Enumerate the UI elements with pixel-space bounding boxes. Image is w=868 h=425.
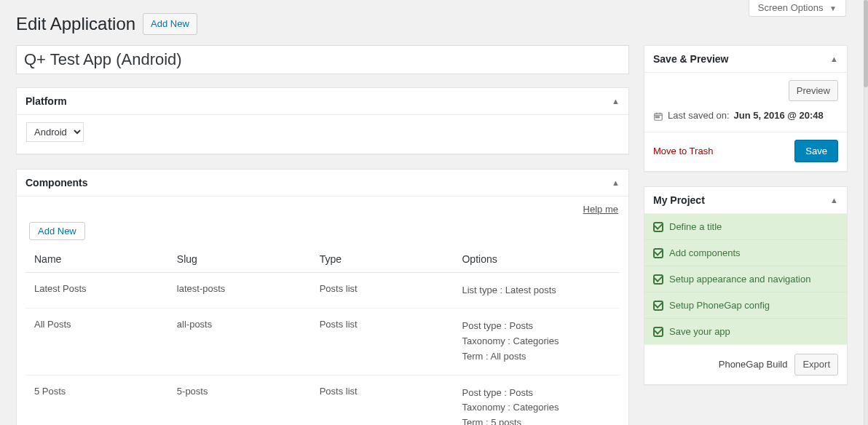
option-line: Post type : Posts [462, 386, 614, 401]
screen-options-toggle[interactable]: Screen Options ▼ [749, 0, 846, 17]
table-row[interactable]: Latest Postslatest-postsPosts listList t… [25, 272, 620, 309]
my-project-header[interactable]: My Project ▲ [644, 187, 847, 214]
save-preview-title: Save & Preview [653, 53, 729, 65]
check-icon [653, 301, 663, 311]
option-line: Taxonomy : Categories [462, 334, 614, 349]
option-line: Term : 5 posts [462, 416, 614, 425]
project-step[interactable]: Setup PhoneGap config [644, 293, 847, 319]
cell-name: Latest Posts [25, 272, 168, 309]
check-icon [653, 222, 663, 232]
project-step-label: Setup PhoneGap config [669, 300, 770, 311]
cell-options: Post type : PostsTaxonomy : CategoriesTe… [453, 309, 620, 375]
scrollbar-track[interactable] [864, 0, 868, 425]
svg-rect-5 [658, 116, 659, 118]
col-slug: Slug [168, 246, 311, 273]
components-table: Name Slug Type Options Latest Postslates… [25, 246, 620, 426]
add-new-application-button[interactable]: Add New [143, 13, 197, 35]
platform-box-header[interactable]: Platform ▲ [17, 88, 628, 115]
col-type: Type [311, 246, 454, 273]
project-step[interactable]: Add components [644, 240, 847, 266]
option-line: Taxonomy : Categories [462, 400, 614, 416]
screen-options-label: Screen Options [758, 2, 824, 13]
cell-slug: all-posts [168, 309, 311, 375]
cell-name: All Posts [25, 309, 168, 375]
project-step[interactable]: Define a title [644, 214, 847, 240]
svg-rect-4 [656, 116, 658, 118]
check-icon [653, 327, 663, 337]
option-line: List type : Latest posts [462, 283, 614, 298]
components-box-title: Components [25, 177, 88, 188]
project-step-label: Setup appearance and navigation [669, 274, 810, 285]
components-box: Components ▲ Help me Add New Name Slug T… [16, 169, 629, 426]
table-row[interactable]: All Postsall-postsPosts listPost type : … [25, 309, 620, 375]
platform-box: Platform ▲ Android [16, 87, 629, 154]
phonegap-build-label: PhoneGap Build [719, 359, 788, 370]
check-icon [653, 274, 663, 285]
col-options: Options [453, 246, 620, 273]
chevron-down-icon: ▼ [829, 4, 837, 12]
save-preview-header[interactable]: Save & Preview ▲ [644, 46, 847, 73]
calendar-icon [653, 110, 663, 122]
cell-slug: 5-posts [168, 375, 311, 425]
check-icon [653, 248, 663, 258]
components-box-header[interactable]: Components ▲ [17, 170, 628, 196]
chevron-up-icon: ▲ [612, 97, 620, 106]
application-title-input[interactable] [16, 45, 629, 74]
export-button[interactable]: Export [794, 354, 838, 376]
project-step-label: Add components [669, 247, 741, 258]
platform-select[interactable]: Android [26, 122, 84, 142]
scrollbar-thumb[interactable] [864, 0, 868, 87]
cell-options: Post type : PostsTaxonomy : CategoriesTe… [453, 375, 620, 425]
chevron-up-icon: ▲ [830, 196, 838, 204]
project-step[interactable]: Setup appearance and navigation [644, 266, 847, 293]
chevron-up-icon: ▲ [830, 55, 838, 63]
project-step-label: Save your app [669, 326, 730, 337]
preview-button[interactable]: Preview [789, 80, 838, 102]
save-preview-box: Save & Preview ▲ Preview [644, 45, 848, 172]
cell-slug: latest-posts [168, 272, 311, 309]
my-project-title: My Project [653, 194, 705, 206]
cell-options: List type : Latest posts [453, 272, 620, 309]
save-button[interactable]: Save [794, 140, 838, 163]
last-saved-label: Last saved on: [668, 110, 730, 121]
cell-type: Posts list [311, 309, 454, 375]
cell-name: 5 Posts [25, 375, 168, 425]
cell-type: Posts list [311, 272, 454, 309]
add-new-component-button[interactable]: Add New [29, 222, 85, 240]
project-step-label: Define a title [669, 221, 722, 232]
cell-type: Posts list [311, 375, 454, 425]
page-title: Edit Application [16, 14, 135, 34]
col-name: Name [25, 246, 168, 273]
option-line: Term : All posts [462, 349, 614, 365]
table-row[interactable]: 5 Posts5-postsPosts listPost type : Post… [25, 375, 620, 425]
chevron-up-icon: ▲ [612, 178, 620, 187]
platform-box-title: Platform [25, 95, 67, 107]
project-step[interactable]: Save your app [644, 319, 847, 344]
last-saved-value: Jun 5, 2016 @ 20:48 [734, 110, 824, 121]
move-to-trash-link[interactable]: Move to Trash [653, 146, 713, 156]
option-line: Post type : Posts [462, 319, 614, 334]
help-me-link[interactable]: Help me [583, 204, 618, 215]
my-project-box: My Project ▲ Define a titleAdd component… [644, 186, 848, 385]
